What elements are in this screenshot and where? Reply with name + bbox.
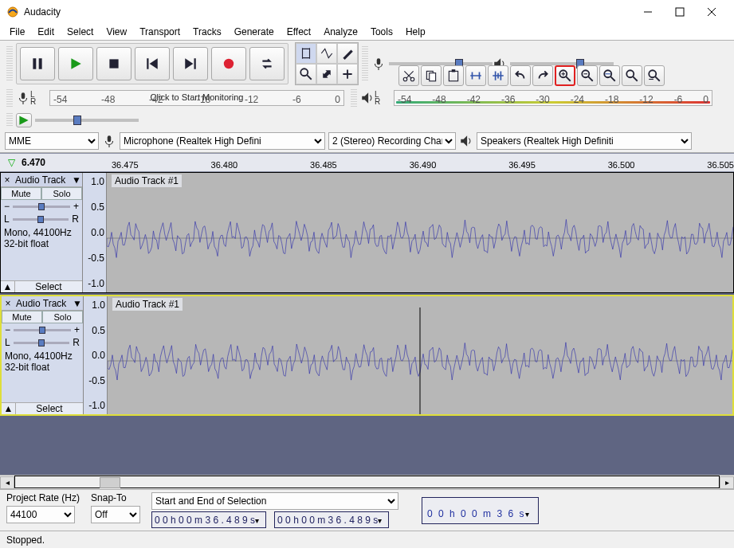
pan-slider[interactable]: LR bbox=[2, 336, 83, 349]
playback-meter[interactable]: -54 -48 -42 -36 -30 -24 -18 -12 -6 0 bbox=[394, 90, 712, 106]
snap-to-select[interactable]: Off bbox=[91, 506, 140, 523]
menu-analyze[interactable]: Analyze bbox=[317, 25, 364, 39]
toolbar-grip[interactable] bbox=[6, 89, 13, 107]
menu-transport[interactable]: Transport bbox=[133, 25, 186, 39]
stop-button[interactable] bbox=[96, 47, 131, 80]
gain-slider[interactable]: −+ bbox=[1, 200, 82, 213]
audio-position-timecode[interactable]: 0 0 h 0 0 m 3 6 s▾ bbox=[422, 497, 539, 524]
toolbar-grip[interactable] bbox=[351, 89, 357, 107]
transport-controls bbox=[16, 43, 288, 84]
fit-project-button[interactable] bbox=[622, 65, 642, 86]
vertical-scale[interactable]: 1.0 0.5 0.0 -0.5 -1.0 bbox=[83, 173, 107, 292]
pan-slider[interactable]: LR bbox=[1, 213, 82, 225]
playhead-icon: ▽ bbox=[8, 157, 15, 168]
gain-slider[interactable]: −+ bbox=[2, 323, 83, 336]
svg-line-28 bbox=[566, 76, 571, 81]
loop-button[interactable] bbox=[249, 47, 285, 80]
zoom-toggle-button[interactable] bbox=[644, 65, 665, 86]
menu-view[interactable]: View bbox=[100, 25, 133, 39]
record-button[interactable] bbox=[211, 47, 246, 80]
selection-tool[interactable] bbox=[296, 43, 316, 64]
vertical-scale[interactable]: 1.0 0.5 0.0 -0.5 -1.0 bbox=[84, 296, 108, 414]
playback-device-select[interactable]: Speakers (Realtek High Definiti bbox=[477, 132, 692, 150]
waveform-display[interactable]: Audio Track #1 bbox=[107, 173, 733, 292]
recording-device-select[interactable]: Microphone (Realtek High Defini bbox=[120, 132, 325, 150]
select-track-button[interactable]: Select bbox=[15, 281, 82, 292]
collapse-track-button[interactable]: ▲ bbox=[1, 281, 15, 292]
scroll-right-button[interactable]: ▸ bbox=[720, 476, 734, 489]
play-button[interactable] bbox=[58, 47, 93, 80]
toolbar-grip[interactable] bbox=[6, 46, 13, 81]
menu-select[interactable]: Select bbox=[61, 25, 100, 39]
menu-effect[interactable]: Effect bbox=[281, 25, 317, 39]
menu-generate[interactable]: Generate bbox=[228, 25, 281, 39]
copy-button[interactable] bbox=[421, 65, 442, 86]
envelope-tool[interactable] bbox=[316, 43, 337, 64]
timeline-start: 6.470 bbox=[22, 157, 45, 168]
silence-button[interactable] bbox=[488, 65, 508, 86]
scroll-left-button[interactable]: ◂ bbox=[0, 476, 14, 489]
titlebar: Audacity bbox=[0, 0, 734, 24]
menu-help[interactable]: Help bbox=[399, 25, 432, 39]
svg-marker-7 bbox=[71, 58, 80, 69]
mute-button[interactable]: Mute bbox=[1, 187, 41, 200]
mute-button[interactable]: Mute bbox=[2, 311, 42, 323]
solo-button[interactable]: Solo bbox=[42, 311, 83, 323]
menubar: File Edit Select View Transport Tracks G… bbox=[0, 24, 734, 40]
fit-selection-button[interactable] bbox=[599, 65, 620, 86]
project-rate-select[interactable]: 44100 bbox=[6, 506, 75, 523]
play-at-speed-button[interactable] bbox=[16, 113, 32, 127]
waveform-display[interactable]: Audio Track #1 bbox=[108, 296, 732, 414]
zoom-tool[interactable] bbox=[296, 64, 316, 84]
recording-channels-select[interactable]: 2 (Stereo) Recording Chann bbox=[328, 132, 456, 150]
redo-button[interactable] bbox=[532, 65, 553, 86]
skip-start-button[interactable] bbox=[135, 47, 170, 80]
paste-button[interactable] bbox=[443, 65, 464, 86]
solo-button[interactable]: Solo bbox=[41, 187, 82, 200]
playback-speed-slider[interactable] bbox=[35, 119, 139, 122]
svg-marker-42 bbox=[461, 135, 467, 147]
play-lr-label: LR bbox=[375, 91, 391, 105]
cut-button[interactable] bbox=[398, 65, 419, 86]
pause-button[interactable] bbox=[20, 47, 55, 80]
toolbar-grip[interactable] bbox=[6, 113, 13, 127]
selection-end-timecode[interactable]: 0 0 h 0 0 m 3 6 . 4 8 9 s▾ bbox=[274, 511, 389, 528]
zoom-in-button[interactable] bbox=[555, 65, 575, 86]
audio-host-select[interactable]: MME bbox=[5, 132, 99, 150]
track-dropdown-icon[interactable]: ▼ bbox=[72, 298, 83, 309]
status-bar: Stopped. bbox=[0, 531, 734, 548]
timeline-ruler[interactable]: ▽ 6.470 36.475 36.480 36.485 36.490 36.4… bbox=[0, 153, 734, 172]
device-toolbar: MME Microphone (Realtek High Defini 2 (S… bbox=[0, 130, 734, 152]
close-track-button[interactable]: × bbox=[2, 298, 14, 309]
menu-tracks[interactable]: Tracks bbox=[186, 25, 228, 39]
zoom-out-button[interactable] bbox=[577, 65, 598, 86]
minimize-button[interactable] bbox=[632, 1, 664, 23]
svg-marker-11 bbox=[185, 58, 193, 69]
draw-tool[interactable] bbox=[337, 43, 358, 64]
trim-button[interactable] bbox=[465, 65, 486, 86]
maximize-button[interactable] bbox=[664, 1, 696, 23]
svg-rect-2 bbox=[676, 8, 684, 16]
track-menu-label[interactable]: Audio Track bbox=[14, 174, 71, 186]
menu-edit[interactable]: Edit bbox=[31, 25, 61, 39]
selection-mode-select[interactable]: Start and End of Selection bbox=[151, 492, 398, 510]
horizontal-scrollbar[interactable]: ◂ ▸ bbox=[0, 475, 734, 489]
close-button[interactable] bbox=[696, 1, 728, 23]
toolbars: LR Click to Start Monitoring -54 -48 -42… bbox=[0, 40, 734, 153]
select-track-button[interactable]: Select bbox=[16, 403, 83, 414]
close-track-button[interactable]: × bbox=[1, 174, 14, 186]
recording-meter[interactable]: Click to Start Monitoring -54 -48 -42 -1… bbox=[49, 90, 344, 106]
selection-start-timecode[interactable]: 0 0 h 0 0 m 3 6 . 4 8 9 s▾ bbox=[151, 511, 266, 528]
svg-rect-26 bbox=[452, 69, 456, 72]
multi-tool[interactable] bbox=[337, 64, 358, 84]
menu-file[interactable]: File bbox=[3, 25, 31, 39]
track-dropdown-icon[interactable]: ▼ bbox=[71, 174, 82, 186]
timeshift-tool[interactable] bbox=[316, 64, 337, 84]
track-menu-label[interactable]: Audio Track bbox=[14, 298, 72, 309]
skip-end-button[interactable] bbox=[173, 47, 208, 80]
undo-button[interactable] bbox=[510, 65, 531, 86]
menu-tools[interactable]: Tools bbox=[364, 25, 399, 39]
collapse-track-button[interactable]: ▲ bbox=[2, 403, 16, 414]
toolbar-grip[interactable] bbox=[362, 46, 368, 81]
selection-toolbar: Project Rate (Hz) 44100 Snap-To Off Star… bbox=[0, 489, 734, 531]
